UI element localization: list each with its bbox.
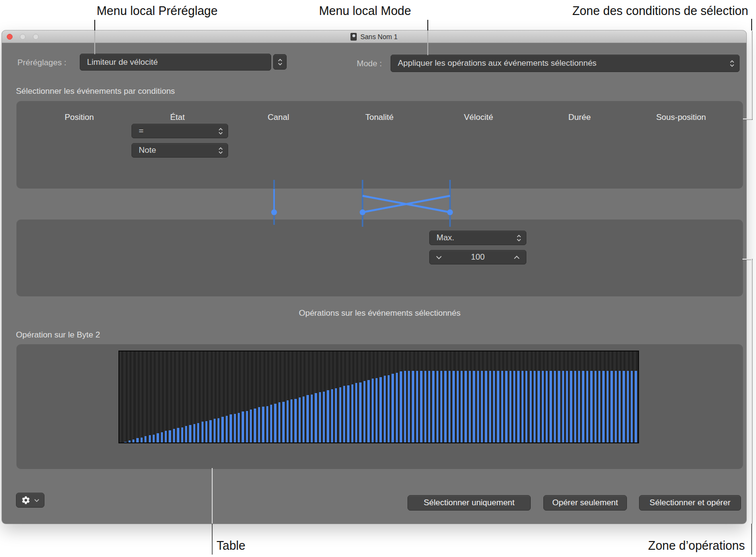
chart-bar bbox=[619, 371, 621, 442]
chart-bar bbox=[343, 386, 345, 442]
chart-bar bbox=[530, 371, 532, 442]
chart-bar bbox=[595, 371, 596, 442]
mode-dropdown[interactable]: Appliquer les opérations aux événements … bbox=[391, 55, 740, 72]
callout-table-label: Table bbox=[217, 539, 246, 553]
chart-bar bbox=[335, 388, 337, 443]
chart-bar bbox=[465, 371, 466, 442]
chart-bar bbox=[627, 371, 629, 442]
chart-bar bbox=[404, 371, 406, 442]
action-menu-button[interactable] bbox=[16, 493, 44, 508]
callout-mode-label: Menu local Mode bbox=[319, 4, 411, 18]
chart-bar bbox=[635, 371, 637, 442]
etat-value-dropdown[interactable]: Note bbox=[131, 143, 228, 158]
velocity-table-chart[interactable] bbox=[118, 351, 639, 443]
chart-bar bbox=[440, 371, 442, 442]
chart-bar bbox=[242, 411, 244, 442]
preset-dropdown[interactable]: Limiteur de vélocité bbox=[80, 54, 271, 71]
mode-label: Mode : bbox=[357, 59, 382, 69]
chart-bar bbox=[493, 371, 495, 442]
callout-conditions-label: Zone des conditions de sélection bbox=[572, 4, 748, 18]
chart-bar bbox=[379, 377, 381, 442]
chart-bar bbox=[294, 399, 296, 442]
select-only-label: Sélectionner uniquement bbox=[423, 498, 514, 508]
chart-bar bbox=[566, 371, 568, 442]
chart-bar bbox=[339, 387, 341, 442]
condition-operation-connectors bbox=[263, 176, 466, 235]
chart-bar bbox=[542, 371, 544, 442]
chart-bar bbox=[623, 371, 625, 442]
chevron-down-icon bbox=[34, 498, 40, 502]
window-proxy-icon bbox=[350, 33, 357, 41]
chart-bar bbox=[554, 371, 556, 442]
chart-bar bbox=[481, 371, 483, 442]
operate-only-button[interactable]: Opérer seulement bbox=[543, 495, 627, 511]
chart-bar bbox=[452, 371, 454, 442]
gear-icon bbox=[21, 496, 30, 505]
callout-line-operations-outer bbox=[751, 524, 752, 555]
chart-bar bbox=[323, 392, 325, 442]
chart-bar bbox=[287, 400, 289, 442]
etat-operator-dropdown[interactable]: = bbox=[131, 124, 228, 138]
chart-bar bbox=[550, 371, 552, 442]
select-and-operate-label: Sélectionner et opérer bbox=[650, 498, 730, 508]
chart-bar bbox=[315, 393, 317, 442]
chart-bar bbox=[311, 395, 313, 442]
column-header-tonalite: Tonalité bbox=[365, 113, 394, 122]
chart-bar bbox=[416, 371, 418, 442]
chart-bar bbox=[444, 371, 446, 442]
chart-bar bbox=[214, 419, 216, 442]
chart-bar bbox=[388, 375, 390, 442]
chart-bar bbox=[230, 414, 232, 442]
chart-bar bbox=[477, 371, 479, 442]
chart-bar bbox=[266, 406, 268, 443]
up-down-chevron-icon bbox=[277, 58, 283, 66]
chart-bar bbox=[396, 373, 398, 442]
etat-value: Note bbox=[132, 146, 156, 155]
operation-operator-value: Max. bbox=[430, 233, 454, 243]
column-header-etat: État bbox=[170, 113, 185, 122]
conditions-section-title: Sélectionner les événements par conditio… bbox=[16, 87, 175, 96]
chart-bar bbox=[238, 413, 240, 442]
chart-bar bbox=[449, 371, 451, 442]
chart-bar bbox=[473, 371, 475, 442]
column-header-sous-position: Sous-position bbox=[656, 113, 706, 122]
chart-bar bbox=[189, 425, 191, 442]
callout-preset-label: Menu local Préréglage bbox=[97, 4, 218, 18]
chart-bar bbox=[522, 371, 523, 442]
chart-bar bbox=[384, 376, 386, 442]
window-titlebar[interactable]: Sans Nom 1 bbox=[2, 30, 746, 43]
chart-bar bbox=[291, 399, 292, 442]
chart-bar bbox=[270, 405, 272, 442]
chart-bar bbox=[392, 374, 393, 442]
zoom-button[interactable] bbox=[33, 34, 39, 40]
minimize-button[interactable] bbox=[20, 34, 26, 40]
callout-line-mode-inner bbox=[427, 30, 428, 55]
chevron-down-icon[interactable] bbox=[436, 255, 442, 260]
chart-bar bbox=[513, 371, 515, 442]
chart-bar bbox=[132, 440, 134, 442]
chart-bar bbox=[538, 371, 539, 442]
byte2-title: Opération sur le Byte 2 bbox=[16, 330, 100, 340]
chart-bar bbox=[165, 431, 167, 442]
chevron-up-icon[interactable] bbox=[513, 255, 520, 260]
chart-bar bbox=[525, 371, 527, 442]
select-and-operate-button[interactable]: Sélectionner et opérer bbox=[639, 495, 741, 511]
chart-bar bbox=[363, 381, 365, 442]
callout-bracket-operations bbox=[742, 259, 752, 260]
chart-bar bbox=[226, 416, 228, 442]
select-only-button[interactable]: Sélectionner uniquement bbox=[407, 495, 531, 511]
preset-stepper-button[interactable] bbox=[273, 54, 287, 70]
chart-bar bbox=[173, 429, 175, 442]
chart-bar bbox=[278, 402, 280, 442]
screenshot-root: Menu local Préréglage Menu local Mode Zo… bbox=[0, 0, 756, 557]
up-down-chevron-icon bbox=[729, 59, 735, 68]
chart-bar bbox=[497, 371, 499, 442]
chart-bar bbox=[221, 417, 223, 442]
window-title: Sans Nom 1 bbox=[360, 33, 397, 41]
operation-value-stepper[interactable]: 100 bbox=[429, 250, 526, 264]
chart-bar bbox=[578, 371, 580, 442]
chart-bar bbox=[218, 418, 219, 442]
close-button[interactable] bbox=[7, 34, 13, 40]
column-header-position: Position bbox=[65, 113, 94, 122]
chart-bar bbox=[400, 371, 402, 442]
